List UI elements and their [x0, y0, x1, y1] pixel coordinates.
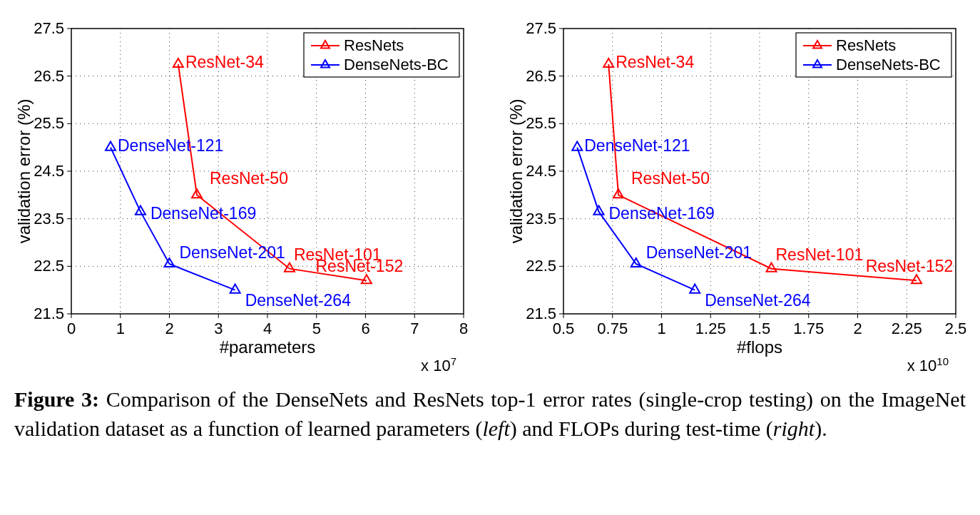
x-tick-label: 1.75 [793, 320, 824, 337]
y-tick-label: 22.5 [34, 257, 64, 275]
caption-end: ). [815, 417, 827, 440]
x-tick-label: 5 [312, 320, 321, 337]
point-label: DenseNet-201 [180, 243, 285, 262]
caption-mid: ) and FLOPs during test-time ( [510, 417, 773, 440]
x-tick-label: 1.5 [749, 320, 771, 337]
point-label: ResNet-50 [631, 169, 710, 188]
y-tick-label: 21.5 [526, 305, 556, 322]
x-axis-label: #parameters [220, 337, 316, 357]
legend-label-densenets: DenseNets-BC [344, 56, 449, 73]
point-label: DenseNet-264 [245, 291, 352, 310]
y-tick-label: 27.5 [526, 19, 556, 37]
x-tick-label: 2 [165, 320, 173, 337]
figure-wrap: 01234567821.522.523.524.525.526.527.5#pa… [14, 14, 966, 443]
y-tick-label: 26.5 [526, 67, 556, 85]
point-label: DenseNet-169 [150, 204, 256, 223]
y-tick-label: 25.5 [34, 114, 64, 132]
right-chart: 0.50.7511.251.51.7522.252.521.522.523.52… [506, 14, 970, 378]
y-tick-label: 23.5 [34, 210, 64, 228]
x-tick-label: 2.5 [945, 320, 967, 337]
y-axis-label: validation error (%) [14, 99, 34, 244]
x-tick-label: 2.25 [892, 320, 922, 337]
x-tick-label: 1 [116, 320, 125, 337]
axis-exponent: x 1010 [907, 355, 949, 375]
left-chart: 01234567821.522.523.524.525.526.527.5#pa… [14, 14, 478, 378]
y-tick-label: 24.5 [526, 162, 556, 180]
y-tick-label: 23.5 [526, 210, 556, 228]
x-tick-label: 8 [459, 320, 468, 337]
x-tick-label: 1.25 [695, 320, 726, 337]
x-tick-label: 1 [657, 320, 665, 337]
point-label: DenseNet-201 [646, 243, 752, 262]
legend-label-resnets: ResNets [836, 36, 896, 54]
point-label: DenseNet-169 [609, 204, 715, 223]
caption-left: left [482, 417, 509, 440]
caption-right: right [773, 417, 815, 440]
axis-exponent: x 107 [421, 355, 456, 375]
x-tick-label: 7 [410, 320, 419, 337]
figure-caption: Figure 3: Comparison of the DenseNets an… [14, 385, 966, 443]
y-tick-label: 27.5 [34, 19, 64, 37]
y-axis-label: validation error (%) [506, 99, 526, 244]
y-tick-label: 22.5 [526, 257, 556, 275]
x-axis-label: #flops [737, 337, 782, 357]
point-label: ResNet-34 [185, 53, 264, 71]
point-label: ResNet-152 [316, 257, 404, 275]
point-label: DenseNet-121 [118, 136, 223, 155]
x-tick-label: 2 [853, 320, 862, 337]
point-label: DenseNet-121 [584, 136, 690, 155]
x-tick-label: 4 [263, 320, 272, 337]
y-tick-label: 21.5 [34, 305, 64, 322]
point-label: DenseNet-264 [705, 291, 811, 310]
legend-label-resnets: ResNets [344, 36, 404, 54]
y-tick-label: 24.5 [34, 162, 64, 180]
x-tick-label: 0.75 [597, 320, 628, 337]
x-tick-label: 3 [214, 320, 223, 337]
point-label: ResNet-152 [866, 257, 954, 275]
caption-lead: Figure 3: [14, 387, 99, 411]
legend-label-densenets: DenseNets-BC [836, 56, 941, 73]
point-label: ResNet-34 [616, 53, 694, 71]
point-label: ResNet-50 [210, 169, 288, 188]
point-label: ResNet-101 [776, 245, 864, 264]
charts-row: 01234567821.522.523.524.525.526.527.5#pa… [14, 14, 966, 378]
y-tick-label: 26.5 [34, 67, 64, 85]
x-tick-label: 6 [361, 320, 369, 337]
x-tick-label: 0 [67, 320, 76, 337]
y-tick-label: 25.5 [526, 114, 556, 132]
